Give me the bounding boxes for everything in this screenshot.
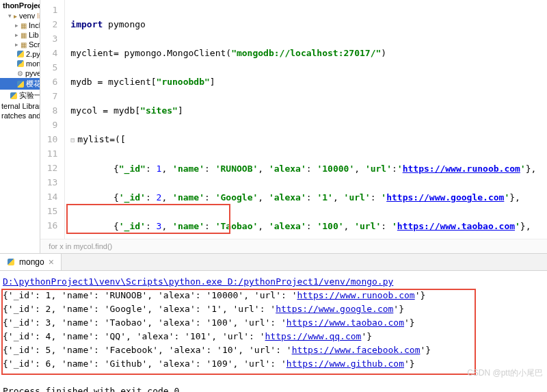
tree-label: Lib bbox=[29, 31, 39, 39]
watermark: CSDN @ptt的小尾巴 bbox=[467, 366, 543, 380]
line-num: 12 bbox=[40, 161, 57, 175]
breadcrumb: for x in mycol.find() bbox=[40, 239, 547, 253]
tree-mongopy[interactable]: mongo.py bbox=[0, 59, 40, 68]
run-tabs: mongo × bbox=[0, 253, 547, 271]
tree-label: Include bbox=[29, 21, 40, 29]
line-num: 5 bbox=[40, 60, 57, 75]
tree-include[interactable]: ▸▦Include bbox=[0, 21, 40, 30]
line-num: 15 bbox=[40, 204, 57, 218]
t: ] bbox=[178, 105, 183, 116]
t: mylist=([ bbox=[77, 134, 125, 144]
t: ] bbox=[210, 77, 215, 87]
line-num: 14 bbox=[40, 190, 57, 204]
line-gutter: 1 2 3 4 5 6 7 8 9 10 11 12 13 14 15 16 bbox=[40, 0, 65, 239]
project-tree[interactable]: thonProject1 D:\py ▾▸venv library root ▸… bbox=[0, 0, 40, 253]
project-header: thonProject1 D:\py bbox=[0, 0, 40, 11]
tree-sakura[interactable]: 樱花树.py bbox=[0, 78, 40, 90]
t: https://www.facebook.com bbox=[292, 345, 421, 355]
tree-venv[interactable]: ▾▸venv library root bbox=[0, 11, 40, 21]
line-num: 6 bbox=[40, 75, 57, 89]
line-num: 9 bbox=[40, 118, 57, 132]
t: '} bbox=[361, 331, 372, 341]
tree-scripts[interactable]: ▸▦Scripts bbox=[0, 40, 40, 49]
t: https://www.runoob.com bbox=[297, 290, 414, 300]
line-num: 7 bbox=[40, 89, 57, 103]
line-num: 4 bbox=[40, 46, 57, 60]
tree-scratches[interactable]: ratches and Console bbox=[0, 111, 40, 120]
t: {'_id': 4, 'name': 'QQ', 'alexa': '101',… bbox=[3, 331, 265, 341]
project-name: thonProject1 bbox=[3, 1, 40, 10]
line-num: 16 bbox=[40, 218, 57, 233]
t: https://www.taobao.com bbox=[286, 317, 404, 328]
line-num: 1 bbox=[40, 3, 57, 17]
t: {'_id': 3, 'name': 'Taobao', 'alexa': '1… bbox=[3, 317, 286, 328]
t: '} bbox=[420, 345, 431, 355]
tree-label: pyvenv.cfg bbox=[25, 69, 40, 77]
t: '} bbox=[404, 317, 415, 328]
t: {'_id': 5, 'name': 'Facebook', 'alexa': … bbox=[3, 345, 292, 355]
tab-mongo[interactable]: mongo × bbox=[0, 254, 62, 270]
tree-lib[interactable]: ▸▦Lib bbox=[0, 30, 40, 40]
console-output[interactable]: D:\pythonProject1\venv\Scripts\python.ex… bbox=[0, 271, 547, 392]
t: https://www.google.com bbox=[276, 304, 393, 314]
tree-extlibs[interactable]: ternal Libraries bbox=[0, 101, 40, 111]
tree-label: 实验一.py bbox=[19, 90, 40, 101]
t: {'_id': 2, 'name': 'Google', 'alexa': '1… bbox=[3, 304, 276, 314]
t: ) bbox=[381, 48, 386, 58]
t: '} bbox=[404, 358, 415, 369]
editor-area: 1 2 3 4 5 6 7 8 9 10 11 12 13 14 15 16 i… bbox=[40, 0, 547, 253]
t: '} bbox=[393, 304, 404, 314]
t: import bbox=[70, 19, 103, 29]
tree-label: 2.py bbox=[26, 50, 40, 58]
t: mydb = myclient[ bbox=[70, 77, 156, 87]
t: pymongo bbox=[103, 19, 146, 29]
exit-code: Process finished with exit code 0 bbox=[3, 384, 544, 392]
t: "runoobdb" bbox=[157, 77, 210, 87]
tree-exp1[interactable]: 实验一.py bbox=[0, 90, 40, 101]
t: mycol = mydb[ bbox=[70, 105, 140, 116]
t: {'_id': 1, 'name': 'RUNOOB', 'alexa': '1… bbox=[3, 290, 297, 300]
tree-label: ternal Libraries bbox=[1, 102, 40, 110]
close-icon[interactable]: × bbox=[49, 257, 54, 267]
line-num: 2 bbox=[40, 17, 57, 31]
line-num: 13 bbox=[40, 175, 57, 190]
t: "sites" bbox=[140, 105, 178, 116]
t: '} bbox=[415, 290, 426, 300]
line-num: 10 bbox=[40, 132, 57, 146]
tree-label: ratches and Console bbox=[1, 112, 40, 120]
tree-label: venv bbox=[19, 12, 35, 20]
t: myclient= pymongo.MongoClient( bbox=[70, 48, 231, 58]
tree-label: Scripts bbox=[29, 40, 40, 49]
tree-label: mongo.py bbox=[26, 60, 40, 68]
t: {'_id': 6, 'name': 'Github', 'alexa': '1… bbox=[3, 358, 286, 369]
t: "mongodb://localhost:27017/" bbox=[231, 48, 381, 58]
code-editor[interactable]: import pymongo myclient= pymongo.MongoCl… bbox=[65, 0, 547, 239]
tree-pyvenv[interactable]: ⚙pyvenv.cfg bbox=[0, 68, 40, 78]
tab-label: mongo bbox=[19, 257, 44, 267]
console-path: D:\pythonProject1\venv\Scripts\python.ex… bbox=[3, 276, 393, 287]
t: https://www.github.com bbox=[286, 358, 404, 369]
tree-2py[interactable]: 2.py bbox=[0, 49, 40, 59]
tree-label: 樱花树.py bbox=[26, 79, 40, 89]
t: https://www.qq.com bbox=[265, 331, 362, 341]
line-num: 11 bbox=[40, 146, 57, 161]
line-num: 3 bbox=[40, 31, 57, 46]
line-num: 8 bbox=[40, 103, 57, 118]
